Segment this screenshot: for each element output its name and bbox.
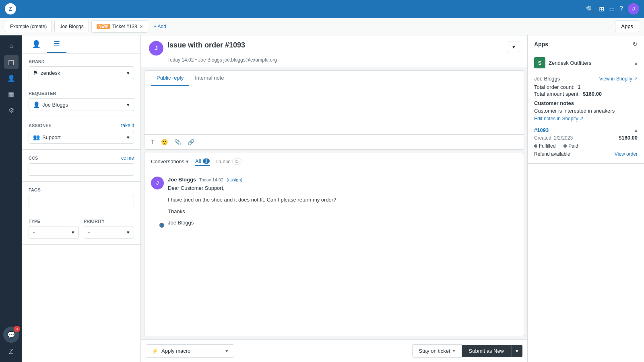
tab-properties[interactable]: ☰ bbox=[47, 35, 66, 53]
chevron-down-icon: ▾ bbox=[127, 134, 130, 140]
amount-spent-label: Total amount spent: bbox=[534, 91, 580, 97]
customer-notes-text: Customer is interested in sneakers bbox=[534, 108, 638, 114]
attach-button[interactable]: 📎 bbox=[173, 138, 182, 146]
ticket-title: Issue with order #1093 bbox=[167, 41, 504, 49]
tab-public-reply[interactable]: Public reply bbox=[151, 71, 189, 86]
tab-badge: NEW bbox=[97, 24, 110, 29]
tags-label: Tags bbox=[29, 187, 134, 192]
view-in-shopify-link[interactable]: View in Shopify ↗ bbox=[599, 76, 638, 82]
edit-notes-link[interactable]: Edit notes in Shopify ↗ bbox=[534, 116, 584, 121]
brand-select[interactable]: ⚑ zendesk ▾ bbox=[29, 66, 134, 79]
cc-me-link[interactable]: cc me bbox=[121, 155, 134, 161]
home-icon[interactable]: ⌂ bbox=[4, 39, 19, 53]
emoji-button[interactable]: 🙂 bbox=[160, 138, 169, 146]
message-body: Dear Customer Support, I have tried on t… bbox=[168, 184, 517, 227]
settings-icon[interactable]: ⚙ bbox=[4, 103, 19, 117]
link-button[interactable]: 🔗 bbox=[187, 138, 195, 146]
message-time: Today 14:02 bbox=[199, 177, 223, 182]
amount-spent-value: $160.00 bbox=[583, 91, 602, 97]
order-created: Created: 2/2/2023 bbox=[534, 135, 573, 141]
ticket-time: Today 14:02 bbox=[167, 57, 194, 63]
refresh-icon[interactable]: ↻ bbox=[632, 40, 638, 48]
customer-notes-title: Customer notes bbox=[534, 100, 638, 106]
apply-macro-button[interactable]: ⚡ Apply macro ▾ bbox=[146, 344, 234, 358]
chat-badge: 3 bbox=[14, 326, 20, 332]
tags-input[interactable] bbox=[29, 195, 134, 207]
assignee-label: Assignee bbox=[29, 123, 52, 128]
macro-icon: ⚡ bbox=[152, 348, 158, 354]
ticket-meta: Today 14:02 • Joe Bloggs joe.bloggs@exam… bbox=[167, 57, 519, 63]
tab-ticket-138[interactable]: NEW Ticket #138 × bbox=[91, 21, 148, 33]
chevron-down-icon: ▾ bbox=[186, 158, 189, 165]
customer-name: Joe Bloggs bbox=[534, 76, 560, 82]
app-body: Joe Bloggs View in Shopify ↗ Total order… bbox=[528, 72, 644, 163]
apps-button[interactable]: Apps bbox=[615, 21, 639, 32]
message-avatar: J bbox=[151, 177, 164, 189]
message-author: Joe Bloggs bbox=[168, 177, 196, 183]
type-label: Type bbox=[29, 219, 79, 224]
text-format-button[interactable]: T bbox=[150, 138, 155, 146]
fulfilled-status: Fulfilled bbox=[534, 143, 555, 149]
chevron-down-icon: ▾ bbox=[127, 229, 130, 235]
add-tab-button[interactable]: + Add bbox=[151, 21, 169, 32]
notifications-icon[interactable]: ⊞ bbox=[599, 5, 604, 13]
chevron-up-icon: ▴ bbox=[635, 60, 638, 66]
ticket-avatar: J bbox=[149, 41, 163, 56]
apps-panel-title: Apps bbox=[534, 41, 548, 47]
submit-as-new-button[interactable]: Submit as New bbox=[462, 345, 511, 357]
apps-grid-icon[interactable]: ⚏ bbox=[609, 5, 615, 13]
filter-public[interactable]: Public ① bbox=[216, 157, 241, 166]
reply-editor[interactable] bbox=[144, 86, 524, 134]
ticket-email: joe.bloggs@example.org bbox=[223, 57, 277, 63]
stay-on-ticket-label: Stay on ticket bbox=[419, 348, 450, 354]
chevron-down-icon: ▾ bbox=[225, 348, 228, 354]
help-icon[interactable]: ? bbox=[619, 5, 623, 12]
app-header[interactable]: S Zendesk Outfitters ▴ bbox=[528, 53, 644, 72]
priority-label: Priority bbox=[84, 219, 134, 224]
requester-value: Joe Bloggs bbox=[42, 102, 68, 108]
ticket-author: Joe Bloggs bbox=[198, 57, 222, 63]
app-logo: Z bbox=[5, 3, 16, 14]
chevron-down-icon: ▾ bbox=[127, 70, 130, 76]
brand-value: zendesk bbox=[41, 70, 60, 76]
collapse-button[interactable]: ▾ bbox=[508, 41, 519, 52]
type-select[interactable]: - ▾ bbox=[29, 226, 79, 239]
search-icon[interactable]: 🔍 bbox=[586, 5, 594, 13]
tab-joe-bloggs[interactable]: Joe Bloggs bbox=[54, 21, 89, 32]
order-count-value: 1 bbox=[578, 84, 580, 90]
order-count-label: Total order count: bbox=[534, 84, 574, 90]
take-it-link[interactable]: take it bbox=[121, 123, 134, 128]
tab-user-profile[interactable]: 👤 bbox=[25, 36, 47, 53]
requester-label: Requester bbox=[29, 91, 134, 96]
filter-all[interactable]: All 1 bbox=[195, 157, 210, 166]
tab-internal-note[interactable]: Internal note bbox=[189, 71, 229, 86]
user-avatar[interactable]: J bbox=[628, 3, 639, 14]
paid-status: Paid bbox=[564, 143, 578, 149]
assignee-select[interactable]: 👥 Support ▾ bbox=[29, 131, 134, 144]
assign-link[interactable]: (assign) bbox=[227, 177, 242, 182]
tab-label: Example (create) bbox=[10, 24, 47, 29]
requester-icon: 👤 bbox=[159, 222, 165, 228]
submit-dropdown-button[interactable]: ▾ bbox=[511, 345, 522, 357]
customers-icon[interactable]: 👤 bbox=[4, 71, 19, 85]
order-id[interactable]: #1093 bbox=[534, 127, 549, 133]
reports-icon[interactable]: ▦ bbox=[4, 87, 19, 101]
type-value: - bbox=[33, 229, 35, 235]
view-order-link[interactable]: View order bbox=[615, 151, 638, 157]
stay-on-ticket-button[interactable]: Stay on ticket ▾ bbox=[412, 344, 462, 358]
ccs-input[interactable] bbox=[29, 163, 134, 176]
tickets-icon[interactable]: ◫ bbox=[4, 55, 19, 69]
chat-button[interactable]: 💬 3 bbox=[3, 327, 19, 343]
priority-select[interactable]: - ▾ bbox=[84, 226, 134, 239]
all-badge: 1 bbox=[203, 158, 210, 164]
tab-example-create[interactable]: Example (create) bbox=[5, 21, 52, 32]
ccs-label: CCs bbox=[29, 156, 38, 160]
apply-macro-label: Apply macro bbox=[161, 348, 190, 354]
chevron-down-icon: ▾ bbox=[453, 348, 455, 354]
requester-select[interactable]: 👤 Joe Bloggs ▾ bbox=[29, 98, 134, 111]
conversations-title[interactable]: Conversations ▾ bbox=[151, 158, 189, 165]
order-amount: $160.00 bbox=[619, 135, 638, 141]
public-badge: ① bbox=[232, 158, 242, 165]
chevron-up-icon: ▴ bbox=[635, 127, 638, 133]
close-icon[interactable]: × bbox=[140, 23, 143, 30]
